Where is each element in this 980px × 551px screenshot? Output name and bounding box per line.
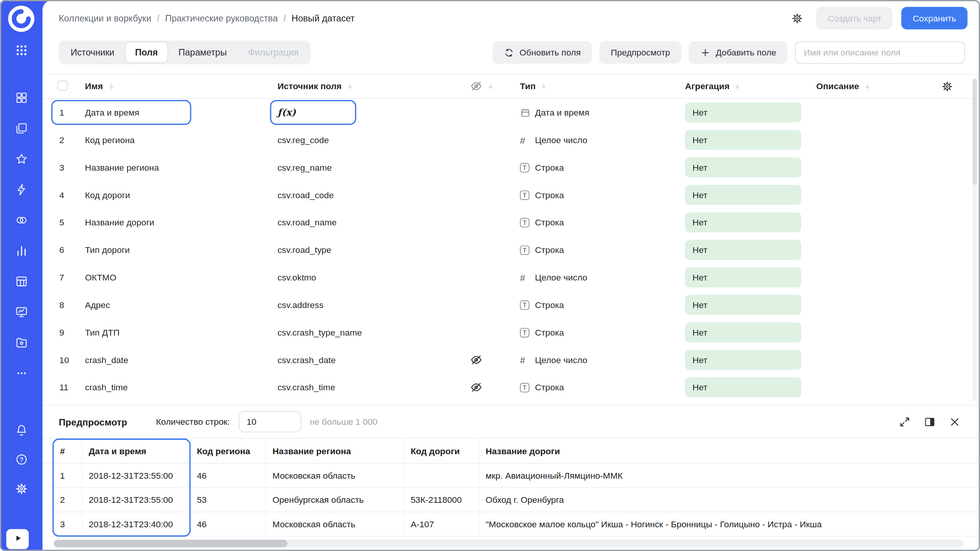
field-type-icon: T	[520, 218, 535, 227]
field-row[interactable]: 8 Адрес csv.address T Строка Нет	[42, 291, 980, 319]
field-row[interactable]: 6 Тип дороги csv.road_type T Строка Нет	[42, 236, 980, 264]
aggregation-select[interactable]: Нет	[685, 130, 801, 150]
field-row[interactable]: 11 crash_time csv.crash_time T Строка Не…	[42, 373, 980, 401]
column-header-description[interactable]: Описание	[816, 81, 936, 91]
update-fields-button[interactable]: Обновить поля	[493, 41, 592, 64]
field-type-label: Строка	[535, 382, 564, 392]
horizontal-scrollbar-thumb[interactable]	[54, 540, 287, 548]
sidebar-nav	[14, 90, 29, 380]
preview-table: # Дата и время Код региона Название реги…	[42, 438, 980, 536]
preview-cell: мкр. Авиационный-Лямцино-ММК	[479, 463, 965, 487]
row-number: 11	[57, 382, 69, 392]
aggregation-select[interactable]: Нет	[685, 103, 801, 122]
bell-icon[interactable]	[14, 422, 29, 437]
dashboard-icon[interactable]	[14, 90, 29, 105]
datalens-logo[interactable]	[8, 5, 35, 33]
sort-arrow-icon	[107, 82, 116, 91]
gear-icon[interactable]	[14, 481, 29, 496]
table-grid-icon[interactable]	[14, 274, 29, 289]
field-type-icon: T	[520, 163, 535, 172]
aggregation-select[interactable]: Нет	[685, 185, 801, 205]
ellipsis-icon[interactable]	[14, 365, 29, 380]
aggregation-select[interactable]: Нет	[685, 212, 801, 232]
apps-grid-icon[interactable]	[14, 42, 29, 57]
field-type-label: Целое число	[535, 355, 588, 365]
monitor-icon[interactable]	[14, 304, 29, 319]
preview-close-button[interactable]	[944, 411, 965, 432]
folder-icon[interactable]	[14, 335, 29, 350]
column-label: Описание	[816, 81, 859, 91]
field-row[interactable]: 3 Название региона csv.reg_name T Строка…	[42, 154, 980, 181]
field-row[interactable]: 5 Название дороги csv.road_name T Строка…	[42, 209, 980, 236]
rings-icon[interactable]	[14, 212, 29, 227]
field-row[interactable]: 1 Дата и время ƒ(x) Дата и время Нет	[42, 99, 980, 126]
aggregation-select[interactable]: Нет	[685, 350, 801, 370]
field-type-label: Целое число	[535, 272, 588, 282]
field-type-icon: T	[520, 300, 535, 309]
field-source: csv.road_type	[278, 245, 332, 255]
field-type-label: Целое число	[535, 135, 588, 145]
star-icon[interactable]	[14, 151, 29, 166]
table-settings-button[interactable]	[936, 76, 958, 97]
row-number: 9	[57, 328, 64, 337]
breadcrumb-collections[interactable]: Коллекции и воркбуки	[59, 13, 151, 23]
aggregation-select[interactable]: Нет	[685, 157, 801, 177]
column-header-name[interactable]: Имя	[85, 81, 278, 91]
field-hidden-icon[interactable]	[470, 381, 520, 394]
bar-chart-icon[interactable]	[14, 243, 29, 258]
workbooks-icon[interactable]	[14, 121, 29, 135]
breadcrumb-guides[interactable]: Практические руководства	[165, 13, 278, 23]
column-header-type[interactable]: Тип	[520, 81, 685, 91]
tab-parameters[interactable]: Параметры	[168, 41, 238, 64]
column-header-aggregation[interactable]: Агрегация	[685, 81, 816, 91]
field-name: Адрес	[85, 300, 110, 310]
field-hidden-icon[interactable]	[470, 354, 520, 366]
preview-col-road-name: Название дороги	[479, 439, 965, 463]
column-header-visibility[interactable]	[459, 80, 520, 93]
save-button[interactable]: Сохранить	[902, 7, 967, 29]
column-header-source[interactable]: Источник поля	[278, 81, 459, 91]
preview-cell: Московская область	[266, 463, 405, 487]
row-count-input[interactable]	[238, 411, 301, 432]
help-icon[interactable]: ?	[14, 452, 29, 466]
field-row[interactable]: 7 ОКТМО csv.oktmo # Целое число Нет	[42, 264, 980, 291]
field-type-icon: T	[520, 190, 535, 199]
field-type-icon: T	[520, 383, 535, 392]
add-field-label: Добавить поле	[716, 47, 776, 57]
field-row[interactable]: 9 Тип ДТП csv.crash_type_name T Строка Н…	[42, 319, 980, 346]
field-type-label: Строка	[535, 328, 564, 337]
preview-cell: 46	[191, 463, 266, 487]
field-type-icon: T	[520, 328, 535, 337]
field-search-input[interactable]	[795, 41, 965, 64]
field-row[interactable]: 2 Код региона csv.reg_code # Целое число…	[42, 126, 980, 154]
tab-fields[interactable]: Поля	[125, 42, 168, 63]
row-number: 6	[57, 245, 64, 255]
preview-layout-button[interactable]	[919, 411, 940, 432]
aggregation-select[interactable]: Нет	[685, 240, 801, 260]
vertical-scrollbar	[972, 79, 977, 401]
aggregation-select[interactable]: Нет	[685, 267, 801, 287]
aggregation-select[interactable]: Нет	[685, 322, 801, 342]
aggregation-select[interactable]: Нет	[685, 295, 801, 315]
field-row[interactable]: 4 Код дороги csv.road_code T Строка Нет	[42, 181, 980, 209]
preview-toggle-button[interactable]: Предпросмотр	[599, 41, 681, 64]
row-number: 5	[57, 217, 64, 227]
lightning-icon[interactable]	[14, 182, 29, 197]
main-content: Коллекции и воркбуки / Практические руко…	[42, 0, 980, 551]
vertical-scrollbar-thumb[interactable]	[972, 79, 977, 185]
sort-arrow-icon	[345, 82, 354, 91]
expand-panel-button[interactable]	[6, 529, 29, 549]
select-all-checkbox[interactable]	[57, 80, 67, 90]
preview-cell: Московская область	[266, 512, 405, 536]
aggregation-select[interactable]: Нет	[685, 377, 801, 397]
field-source: csv.road_name	[278, 217, 337, 227]
dataset-settings-button[interactable]	[786, 8, 808, 29]
sort-arrow-icon	[539, 82, 548, 91]
tab-sources[interactable]: Источники	[60, 41, 125, 64]
preview-cell	[404, 463, 479, 487]
add-field-button[interactable]: Добавить поле	[689, 41, 788, 64]
field-row[interactable]: 10 crash_date csv.crash_date # Целое чис…	[42, 346, 980, 373]
preview-cell: Обход г. Оренбурга	[479, 488, 965, 512]
preview-col-region-name: Название региона	[266, 439, 405, 463]
preview-fullscreen-button[interactable]	[894, 411, 915, 432]
